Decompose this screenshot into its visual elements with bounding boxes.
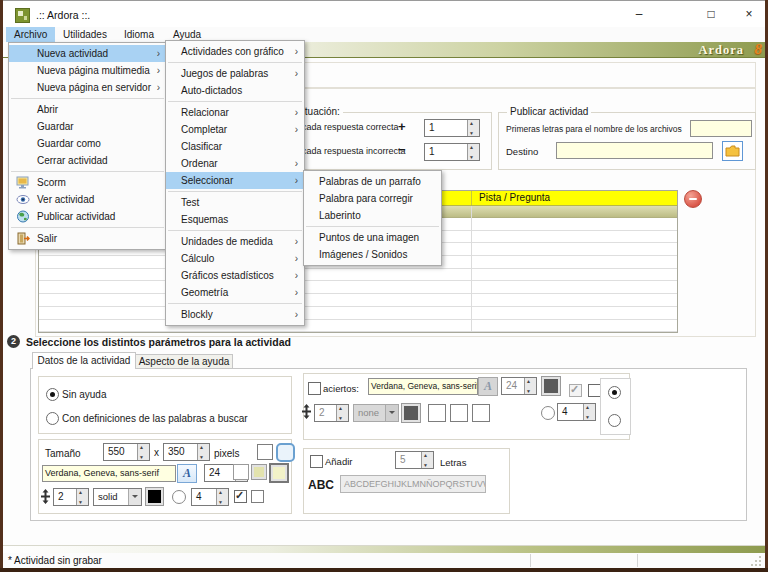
- incorrect-score-spinner[interactable]: 1: [424, 143, 480, 161]
- menu-item-nueva-pagina-multimedia[interactable]: Nueva página multimedia›: [9, 62, 166, 79]
- aciertos-color-swatch[interactable]: [541, 376, 561, 396]
- aciertos-radio-bottom[interactable]: [608, 414, 621, 427]
- menu-item-actividades-con-grafico[interactable]: Actividades con gráfico›: [166, 43, 304, 60]
- aciertos-font-size-spinner[interactable]: 24: [501, 377, 537, 395]
- menu-item-puntos-de-una-imagen[interactable]: Puntos de una imagen: [304, 229, 441, 246]
- border-style-dropdown[interactable]: solid: [93, 488, 142, 506]
- radio-sin-ayuda[interactable]: [46, 388, 59, 401]
- bg-color-yellow-swatch[interactable]: [269, 463, 289, 483]
- spinner-arrows-icon[interactable]: [76, 489, 88, 505]
- corner-radius-spinner[interactable]: 4: [191, 488, 229, 506]
- menu-archivo[interactable]: Archivo: [6, 27, 55, 42]
- shadow-checkbox[interactable]: [234, 490, 247, 503]
- spinner-arrows-icon[interactable]: [137, 444, 149, 460]
- alphabet-input[interactable]: ABCDEFGHIJKLMNÑOPQRSTUVWX: [340, 475, 486, 493]
- aciertos-style3-button[interactable]: [472, 404, 490, 422]
- aciertos-style1-button[interactable]: [428, 404, 446, 422]
- aciertos-circle-button[interactable]: [541, 406, 555, 420]
- spinner-arrows-icon[interactable]: [467, 120, 479, 136]
- close-button[interactable]: ×: [738, 7, 760, 23]
- aciertos-checkbox[interactable]: [308, 382, 321, 395]
- dropdown-arrow-icon[interactable]: [128, 489, 141, 505]
- menu-item-juegos-de-palabras[interactable]: Juegos de palabras›: [166, 65, 304, 82]
- spinner-arrows-icon[interactable]: [197, 444, 209, 460]
- maximize-button[interactable]: □: [700, 7, 722, 23]
- menu-item-scorm[interactable]: Scorm: [9, 174, 166, 191]
- menu-item-blockly[interactable]: Blockly›: [166, 306, 304, 323]
- rounded-corner-button[interactable]: [276, 443, 295, 462]
- width-spinner[interactable]: 550: [103, 443, 150, 461]
- resize-grip[interactable]: [750, 555, 762, 567]
- height-spinner[interactable]: 350: [163, 443, 210, 461]
- line-width-icon: [40, 489, 51, 505]
- remove-row-button[interactable]: [684, 190, 702, 208]
- menu-item-abrir[interactable]: Abrir: [9, 101, 166, 118]
- menu-item-seleccionar[interactable]: Seleccionar›: [166, 172, 304, 189]
- aciertos-style2-button[interactable]: [450, 404, 468, 422]
- spinner-arrows-icon[interactable]: [216, 489, 228, 505]
- radio-con-definiciones[interactable]: [46, 412, 59, 425]
- menu-item-publicar-actividad[interactable]: Publicar actividad: [9, 208, 166, 225]
- minimize-button[interactable]: –: [628, 7, 650, 23]
- aciertos-radius-spinner[interactable]: 4: [557, 403, 596, 421]
- dropdown-arrow-icon[interactable]: [385, 405, 398, 421]
- spinner-arrows-icon[interactable]: [421, 452, 433, 468]
- status-text: * Actividad sin grabar: [8, 555, 102, 566]
- spinner-arrows-icon[interactable]: [524, 378, 536, 394]
- menu-idioma[interactable]: Idioma: [116, 27, 162, 42]
- menu-item-guardar-como[interactable]: Guardar como: [9, 135, 166, 152]
- menu-item-salir[interactable]: Salir: [9, 230, 166, 247]
- menu-separator: [11, 98, 164, 99]
- menu-separator: [306, 226, 439, 227]
- menu-item-graficos-estadisticos[interactable]: Gráficos estadísticos›: [166, 267, 304, 284]
- menu-item-unidades-de-medida[interactable]: Unidades de medida›: [166, 233, 304, 250]
- menu-item-relacionar[interactable]: Relacionar›: [166, 104, 304, 121]
- tab-datos-actividad[interactable]: Datos de la actividad: [32, 352, 136, 369]
- menu-item-nueva-pagina-servidor[interactable]: Nueva página en servidor›: [9, 79, 166, 96]
- aciertos-border-color-swatch[interactable]: [401, 403, 421, 423]
- bg-color-white-swatch[interactable]: [233, 464, 249, 480]
- main-font-picker-button[interactable]: A: [177, 464, 197, 483]
- aciertos-border-style-dropdown[interactable]: none: [353, 404, 399, 422]
- menu-item-calculo[interactable]: Cálculo›: [166, 250, 304, 267]
- menu-item-palabras-de-un-parrafo[interactable]: Palabras de un parrafo: [304, 173, 441, 190]
- abc-label: ABC: [308, 478, 334, 492]
- menu-item-geometria[interactable]: Geometría›: [166, 284, 304, 301]
- aciertos-font-input[interactable]: Verdana, Geneva, sans-serif: [368, 378, 478, 395]
- square-corner-button[interactable]: [257, 444, 273, 460]
- menu-item-imagenes-sonidos[interactable]: Imágenes / Sonidos: [304, 246, 441, 263]
- menu-item-nueva-actividad[interactable]: Nueva actividad›: [9, 45, 166, 62]
- border-color-swatch[interactable]: [145, 487, 164, 506]
- main-font-input[interactable]: Verdana, Geneva, sans-serif: [42, 465, 176, 482]
- menu-item-palabra-para-corregir[interactable]: Palabra para corregir: [304, 190, 441, 207]
- aciertos-font-picker-button[interactable]: A: [478, 377, 498, 396]
- spinner-arrows-icon[interactable]: [583, 404, 595, 420]
- menu-utilidades[interactable]: Utilidades: [55, 27, 115, 42]
- anadir-checkbox[interactable]: [310, 455, 323, 468]
- menu-item-guardar[interactable]: Guardar: [9, 118, 166, 135]
- menu-item-clasificar[interactable]: Clasificar: [166, 138, 304, 155]
- menu-item-laberinto[interactable]: Laberinto: [304, 207, 441, 224]
- spinner-arrows-icon[interactable]: [467, 144, 479, 160]
- border-width-spinner[interactable]: 2: [53, 488, 89, 506]
- shadow-style-button[interactable]: [251, 490, 264, 503]
- menu-item-esquemas[interactable]: Esquemas: [166, 211, 304, 228]
- aciertos-check1-checkbox[interactable]: [569, 384, 582, 397]
- letters-count-spinner[interactable]: 5: [395, 451, 434, 469]
- aciertos-radio-top[interactable]: [608, 386, 621, 399]
- menu-item-cerrar-actividad[interactable]: Cerrar actividad: [9, 152, 166, 169]
- menu-separator: [168, 230, 302, 231]
- destination-input[interactable]: [556, 142, 713, 159]
- menu-item-test[interactable]: Test: [166, 194, 304, 211]
- menu-item-ordenar[interactable]: Ordenar›: [166, 155, 304, 172]
- menu-item-ver-actividad[interactable]: Ver actividad: [9, 191, 166, 208]
- correct-score-spinner[interactable]: 1: [424, 119, 480, 137]
- corner-circle-button[interactable]: [172, 490, 186, 504]
- file-prefix-input[interactable]: [690, 120, 752, 137]
- aciertos-border-width-spinner[interactable]: 2: [314, 404, 349, 422]
- bg-color-olive-swatch[interactable]: [251, 464, 267, 480]
- menu-item-completar[interactable]: Completar›: [166, 121, 304, 138]
- spinner-arrows-icon[interactable]: [336, 405, 348, 421]
- browse-folder-button[interactable]: [722, 141, 743, 161]
- menu-item-auto-dictados[interactable]: Auto-dictados: [166, 82, 304, 99]
